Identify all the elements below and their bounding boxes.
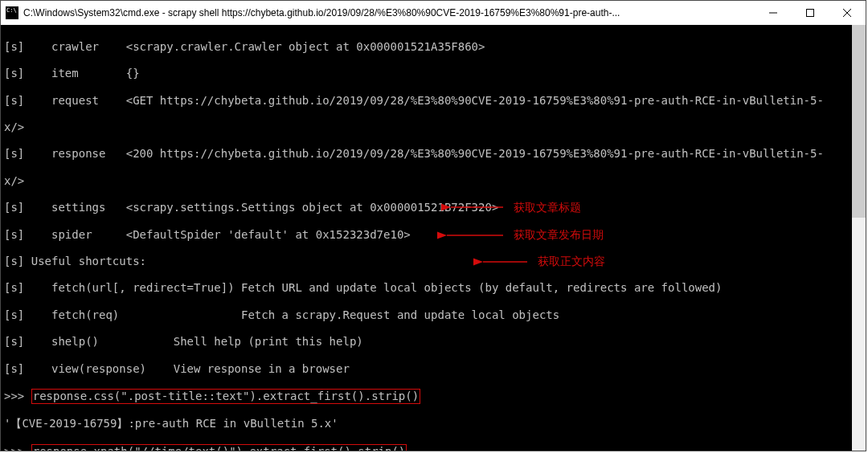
- cmd-icon: [6, 6, 18, 19]
- svg-rect-1: [807, 10, 814, 17]
- terminal[interactable]: [s] crawler <scrapy.crawler.Crawler obje…: [1, 25, 866, 451]
- window-title: C:\Windows\System32\cmd.exe - scrapy she…: [23, 7, 755, 18]
- scrollbar-thumb[interactable]: [852, 25, 866, 218]
- vertical-scrollbar[interactable]: [852, 25, 866, 451]
- cmd-window: C:\Windows\System32\cmd.exe - scrapy she…: [0, 0, 866, 451]
- close-button[interactable]: [829, 1, 866, 25]
- prompt: >>>: [4, 390, 31, 402]
- titlebar[interactable]: C:\Windows\System32\cmd.exe - scrapy she…: [1, 1, 866, 26]
- cmd-date-box: response.xpath("//time/text()").extract_…: [31, 444, 407, 451]
- maximize-button[interactable]: [792, 1, 829, 25]
- output-title: '【CVE-2019-16759】:pre-auth RCE in vBulle…: [4, 417, 338, 430]
- cmd-title-box: response.css(".post-title::text").extrac…: [31, 389, 420, 404]
- window-controls: [755, 1, 866, 25]
- minimize-button[interactable]: [755, 1, 792, 25]
- prompt: >>>: [4, 445, 31, 451]
